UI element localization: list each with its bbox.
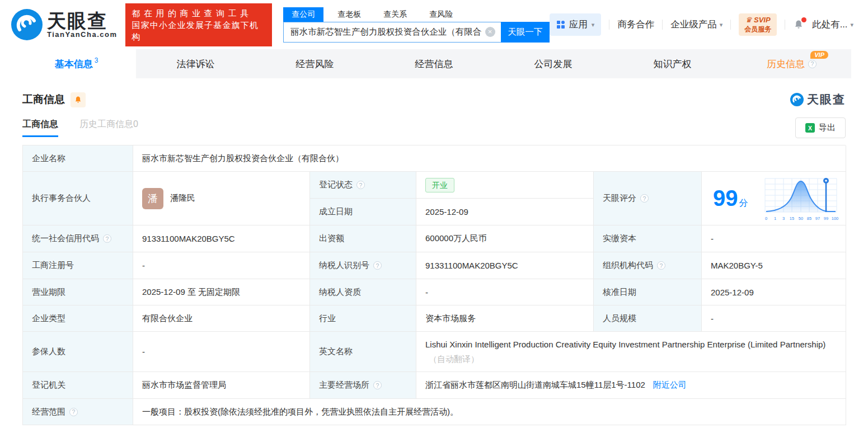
section-title: 工商信息 bbox=[22, 92, 65, 107]
tianyancha-logo[interactable]: 天眼查 TianYanCha.com bbox=[11, 9, 118, 40]
help-icon[interactable]: ? bbox=[103, 234, 111, 243]
tab-company-development[interactable]: 公司发展 bbox=[494, 49, 613, 78]
divider bbox=[785, 20, 785, 30]
svip-member-badge[interactable]: ♛ SVIP 会员服务 bbox=[739, 13, 777, 36]
logo-swirl-icon bbox=[790, 93, 804, 106]
watermark-text: 天眼查 bbox=[807, 92, 846, 107]
export-button[interactable]: X 导出 bbox=[795, 117, 846, 138]
logo-swirl-icon bbox=[11, 9, 43, 40]
divider bbox=[730, 20, 731, 30]
help-icon[interactable]: ? bbox=[657, 261, 665, 270]
field-label-business-address: 主要经营场所? bbox=[310, 372, 416, 399]
field-value-business-scope: 一般项目：股权投资(除依法须经批准的项目外，凭营业执照依法自主开展经营活动)。 bbox=[133, 399, 846, 425]
clear-input-icon[interactable]: × bbox=[485, 27, 495, 37]
slogan-line1: 都在用的商业查询工具 bbox=[132, 7, 266, 19]
help-icon[interactable]: ? bbox=[356, 181, 365, 189]
user-menu[interactable]: 此处有... ▾ bbox=[812, 18, 853, 31]
score-distribution-chart: 0 1 3 15 50 85 97 99 100 bbox=[764, 175, 839, 222]
field-label-english-name: 英文名称 bbox=[310, 332, 416, 372]
tab-legal-label: 法律诉讼 bbox=[177, 58, 215, 70]
search-input[interactable] bbox=[283, 22, 500, 43]
nearby-companies-link[interactable]: 附近公司 bbox=[653, 380, 687, 391]
nav-business-cooperation[interactable]: 商务合作 bbox=[617, 18, 654, 31]
chevron-down-icon: ▾ bbox=[850, 21, 853, 29]
svg-text:99: 99 bbox=[824, 216, 828, 221]
tab-basic-info-label: 基本信息 bbox=[55, 58, 93, 70]
field-value-company-name: 丽水市新芯智生产创力股权投资合伙企业（有限合伙） bbox=[133, 145, 846, 172]
field-label-reg-authority: 登记机关 bbox=[23, 372, 133, 399]
search-tab-boss[interactable]: 查老板 bbox=[329, 7, 369, 22]
field-label-paid-capital: 实缴资本 bbox=[594, 225, 702, 252]
field-value-taxpayer-quality: - bbox=[416, 279, 594, 305]
help-icon[interactable]: ? bbox=[808, 60, 817, 68]
field-value-staff-size: - bbox=[702, 305, 846, 332]
subtab-current-business-info[interactable]: 工商信息 bbox=[22, 119, 58, 137]
field-value-paid-capital: - bbox=[702, 225, 846, 252]
field-value-business-term: 2025-12-09 至 无固定期限 bbox=[133, 279, 310, 305]
tab-history-info[interactable]: VIP 历史信息 ? bbox=[732, 49, 851, 78]
help-icon[interactable]: ? bbox=[373, 261, 382, 270]
tab-business-info[interactable]: 经营信息 bbox=[374, 49, 494, 78]
field-label-tianyan-score: 天眼评分? bbox=[594, 172, 702, 225]
partner-avatar[interactable]: 潘 bbox=[142, 188, 163, 209]
company-nav-tabs: 基本信息3 法律诉讼 经营风险 经营信息 公司发展 知识产权 VIP 历史信息 … bbox=[17, 49, 851, 78]
excel-icon: X bbox=[805, 123, 815, 133]
subtab-history-business-info[interactable]: 历史工商信息0 bbox=[79, 119, 138, 137]
field-label-managing-partner: 执行事务合伙人 bbox=[23, 172, 133, 225]
brand-domain: TianYanCha.com bbox=[47, 30, 118, 39]
field-value-capital: 600000万人民币 bbox=[416, 225, 594, 252]
notification-dot bbox=[801, 17, 806, 22]
field-value-business-address: 浙江省丽水市莲都区南明山街道南城车城15幢11层1号-1102 附近公司 bbox=[416, 372, 846, 399]
divider bbox=[609, 20, 609, 30]
field-value-reg-authority: 丽水市市场监督管理局 bbox=[133, 372, 310, 399]
score-unit: 分 bbox=[739, 198, 748, 208]
field-label-org-code: 组织机构代码? bbox=[594, 252, 702, 279]
field-value-reg-number: - bbox=[133, 252, 310, 279]
search-tabs: 查公司 查老板 查关系 查风险 bbox=[283, 7, 549, 22]
field-label-company-type: 企业类型 bbox=[23, 305, 133, 332]
tab-basic-info[interactable]: 基本信息3 bbox=[17, 49, 136, 78]
tab-business-risk[interactable]: 经营风险 bbox=[255, 49, 374, 78]
svg-text:97: 97 bbox=[815, 216, 820, 221]
header-nav: 应用 ▾ 商务合作 企业级产品 ▾ ♛ SVIP 会员服务 此处有... ▾ bbox=[550, 13, 853, 36]
tab-business-risk-label: 经营风险 bbox=[296, 58, 334, 70]
field-label-business-scope: 经营范围? bbox=[23, 399, 133, 425]
svg-text:0: 0 bbox=[765, 216, 767, 221]
field-value-credit-code: 91331100MAK20BGY5C bbox=[133, 225, 310, 252]
notification-bell-icon[interactable] bbox=[793, 19, 804, 30]
field-label-approval-date: 核准日期 bbox=[594, 279, 702, 305]
help-icon[interactable]: ? bbox=[69, 408, 78, 416]
search-tab-company[interactable]: 查公司 bbox=[283, 7, 323, 22]
field-value-tianyan-score[interactable]: 99分 bbox=[702, 172, 846, 225]
tab-intellectual-property[interactable]: 知识产权 bbox=[613, 49, 732, 78]
field-value-insured-count: - bbox=[133, 332, 310, 372]
field-label-industry: 行业 bbox=[310, 305, 416, 332]
tab-business-info-label: 经营信息 bbox=[415, 58, 453, 70]
help-icon[interactable]: ? bbox=[640, 194, 649, 203]
apps-grid-icon bbox=[556, 20, 565, 29]
field-value-taxpayer-id: 91331100MAK20BGY5C bbox=[416, 252, 594, 279]
search-tab-risk[interactable]: 查风险 bbox=[421, 7, 461, 22]
svg-text:100: 100 bbox=[832, 216, 839, 221]
monitor-bell-button[interactable] bbox=[71, 92, 86, 107]
divider bbox=[662, 20, 663, 30]
nav-business-cooperation-label: 商务合作 bbox=[617, 18, 654, 31]
field-label-establish-date: 成立日期 bbox=[310, 199, 416, 225]
status-badge: 开业 bbox=[425, 178, 454, 192]
vip-badge: VIP bbox=[810, 51, 828, 59]
svip-sub-label: 会员服务 bbox=[744, 25, 771, 34]
score-value: 99 bbox=[713, 186, 738, 210]
search-tab-relation[interactable]: 查关系 bbox=[375, 7, 415, 22]
nav-enterprise-products[interactable]: 企业级产品 ▾ bbox=[670, 18, 722, 31]
apps-button[interactable]: 应用 ▾ bbox=[550, 13, 602, 36]
help-icon[interactable]: ? bbox=[373, 381, 382, 389]
slogan-line2: 国家中小企业发展子基金旗下机构 bbox=[132, 19, 266, 43]
chevron-down-icon: ▾ bbox=[720, 21, 723, 29]
business-info-table: 企业名称 丽水市新芯智生产创力股权投资合伙企业（有限合伙） 执行事务合伙人 潘 … bbox=[22, 145, 846, 425]
partner-name[interactable]: 潘隆民 bbox=[170, 193, 195, 204]
search-button[interactable]: 天眼一下 bbox=[501, 22, 550, 43]
tab-legal-proceedings[interactable]: 法律诉讼 bbox=[136, 49, 255, 78]
field-label-insured-count: 参保人数 bbox=[23, 332, 133, 372]
field-label-credit-code: 统一社会信用代码? bbox=[23, 225, 133, 252]
field-value-english-name: Lishui Xinxin Intelligent Production Cre… bbox=[416, 332, 846, 372]
